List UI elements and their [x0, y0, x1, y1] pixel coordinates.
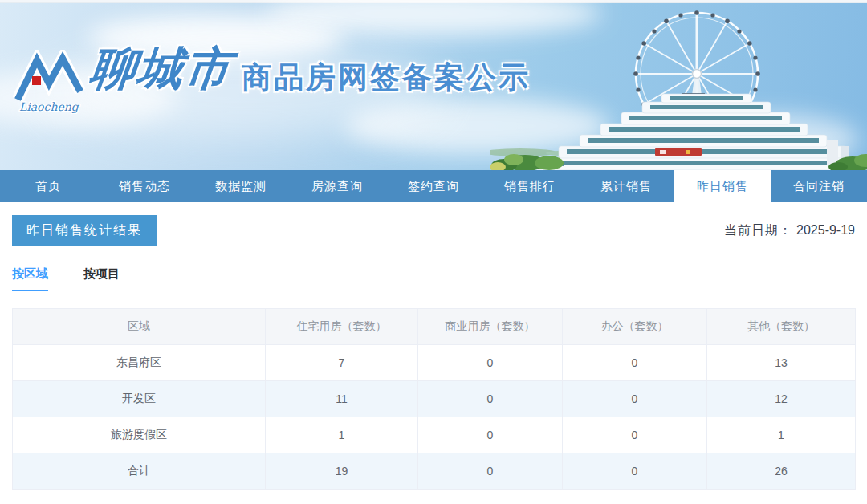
- site-banner: Liaocheng 聊城市 商品房网签备案公示: [0, 0, 867, 170]
- main-nav: 首页销售动态数据监测房源查询签约查询销售排行累计销售昨日销售合同注销: [0, 170, 867, 202]
- table-cell: 1: [707, 417, 856, 453]
- table-cell: 12: [707, 381, 856, 417]
- table-cell: 19: [266, 453, 418, 490]
- table-cell: 0: [563, 345, 707, 381]
- table-header-cell: 其他（套数）: [707, 309, 856, 345]
- table-row: 旅游度假区1001: [13, 417, 856, 453]
- current-date: 当前日期：2025-9-19: [724, 222, 855, 239]
- table-cell: 东昌府区: [13, 345, 266, 381]
- nav-item-yesterday-sales[interactable]: 昨日销售: [674, 170, 771, 205]
- brand: Liaocheng 聊城市 商品房网签备案公示: [13, 43, 531, 114]
- table-cell: 0: [418, 381, 563, 417]
- logo-latin-text: Liaocheng: [19, 100, 80, 114]
- table-cell: 合计: [13, 453, 266, 490]
- nav-item-data-monitoring[interactable]: 数据监测: [193, 170, 289, 202]
- table-cell: 0: [418, 453, 563, 490]
- page: Liaocheng 聊城市 商品房网签备案公示 首页销售动态数据监测房源查询签约…: [0, 0, 867, 504]
- table-cell: 7: [266, 345, 418, 381]
- table-cell: 0: [563, 453, 707, 490]
- nav-item-contract-cancellation[interactable]: 合同注销: [771, 170, 867, 202]
- table-cell: 开发区: [13, 381, 266, 417]
- current-date-label: 当前日期：: [724, 223, 792, 237]
- nav-item-sales-dynamics[interactable]: 销售动态: [96, 170, 193, 202]
- logo-city-name: 聊城市: [88, 43, 235, 94]
- view-tabs: 按区域按项目: [12, 266, 855, 291]
- liaocheng-logo-icon: Liaocheng: [13, 50, 87, 114]
- table-cell: 0: [418, 417, 563, 453]
- nav-item-signing-query[interactable]: 签约查询: [385, 170, 482, 202]
- table-cell: 1: [266, 417, 418, 453]
- tab-by-region[interactable]: 按区域: [12, 266, 48, 291]
- table-cell: 26: [707, 453, 856, 490]
- section-title: 昨日销售统计结果: [12, 215, 157, 246]
- nav-item-home[interactable]: 首页: [0, 170, 96, 202]
- table-cell: 0: [418, 345, 563, 381]
- table-header-cell: 住宅用房（套数）: [266, 309, 418, 345]
- table-row: 合计190026: [13, 453, 856, 490]
- banner-sky: Liaocheng 聊城市 商品房网签备案公示: [0, 3, 867, 170]
- table-cell: 11: [266, 381, 418, 417]
- table-row: 东昌府区70013: [13, 345, 856, 381]
- banner-title: 商品房网签备案公示: [242, 58, 531, 98]
- table-header-cell: 区域: [13, 309, 266, 345]
- section-header: 昨日销售统计结果 当前日期：2025-9-19: [12, 215, 855, 246]
- table-header-row: 区域住宅用房（套数）商业用房（套数）办公（套数）其他（套数）: [13, 309, 856, 345]
- nav-item-housing-query[interactable]: 房源查询: [289, 170, 385, 202]
- table-cell: 旅游度假区: [13, 417, 266, 453]
- ferris-wheel-building-illustration: [490, 0, 867, 170]
- nav-item-cumulative-sales[interactable]: 累计销售: [578, 170, 674, 202]
- table-cell: 0: [563, 417, 707, 453]
- main-content: 昨日销售统计结果 当前日期：2025-9-19 按区域按项目 区域住宅用房（套数…: [0, 215, 867, 490]
- nav-item-sales-ranking[interactable]: 销售排行: [482, 170, 578, 202]
- table-row: 开发区110012: [13, 381, 856, 417]
- table-header-cell: 商业用房（套数）: [418, 309, 563, 345]
- table-header-cell: 办公（套数）: [563, 309, 707, 345]
- current-date-value: 2025-9-19: [796, 223, 855, 237]
- tab-by-project[interactable]: 按项目: [83, 266, 120, 291]
- table-body: 东昌府区70013开发区110012旅游度假区1001合计190026: [13, 345, 856, 490]
- sales-table: 区域住宅用房（套数）商业用房（套数）办公（套数）其他（套数） 东昌府区70013…: [12, 308, 856, 490]
- table-cell: 13: [707, 345, 856, 381]
- table-cell: 0: [563, 381, 707, 417]
